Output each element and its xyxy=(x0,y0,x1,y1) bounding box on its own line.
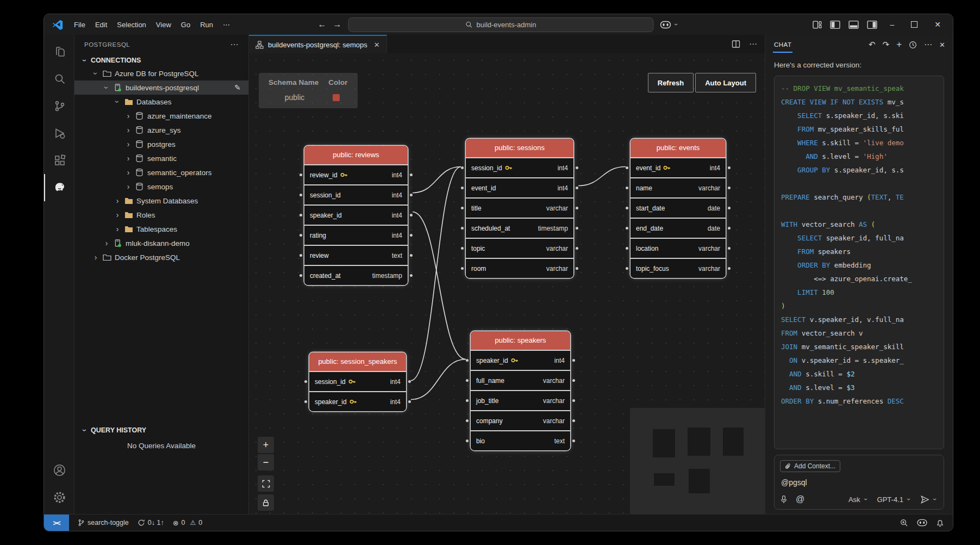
forward-arrow-icon[interactable]: → xyxy=(333,20,342,29)
sidebar-item-databases[interactable]: ›Databases xyxy=(74,95,248,109)
new-chat-icon[interactable]: + xyxy=(896,39,902,50)
model-picker-dropdown[interactable]: GPT-4.1 › xyxy=(877,496,912,504)
column-name: session_id xyxy=(310,191,341,199)
sidebar-item-roles[interactable]: ›Roles xyxy=(74,208,248,222)
command-center-search[interactable]: build-events-admin xyxy=(348,17,654,32)
chevron-right-icon: › xyxy=(114,210,121,219)
table-reviews[interactable]: public: reviewsreview_idint4session_idin… xyxy=(304,146,408,285)
menu-file[interactable]: File xyxy=(69,18,90,31)
chat-mode-dropdown[interactable]: Ask › xyxy=(848,496,869,504)
activity-bar xyxy=(44,35,74,514)
explorer-icon[interactable] xyxy=(44,38,74,65)
send-button[interactable]: › xyxy=(920,495,938,504)
server-icon xyxy=(113,239,122,248)
code-line: CREATE VIEW IF NOT EXISTS mv_s xyxy=(781,95,937,109)
menu-edit[interactable]: Edit xyxy=(90,18,112,31)
toggle-secondary-sidebar-icon[interactable] xyxy=(867,20,877,29)
add-context-label: Add Context... xyxy=(794,462,835,470)
toggle-panel-icon[interactable] xyxy=(848,20,859,29)
primary-key-icon xyxy=(348,379,355,385)
connections-section-header[interactable]: › CONNECTIONS xyxy=(74,54,248,66)
editor-more-actions[interactable]: ⋯ xyxy=(749,39,757,49)
sidebar-item-postgres[interactable]: ›postgres xyxy=(74,137,248,151)
refresh-button[interactable]: Refresh xyxy=(648,73,694,92)
database-icon xyxy=(135,126,144,135)
chat-message-text[interactable]: @pgsql xyxy=(781,478,937,487)
problems-status[interactable]: ⊗ 0 ⚠ 0 xyxy=(168,519,207,527)
zoom-in-button[interactable]: + xyxy=(258,437,274,453)
customize-layout-icon[interactable] xyxy=(813,20,822,29)
primary-key-icon xyxy=(340,172,347,178)
edit-connection-icon[interactable]: ✎ xyxy=(234,83,241,92)
chevron-down-icon: › xyxy=(905,496,913,503)
screencast-zoom-icon[interactable] xyxy=(900,519,908,527)
copilot-status-icon[interactable] xyxy=(917,519,927,527)
table-session_speakers[interactable]: public: session_speakerssession_idint4sp… xyxy=(309,352,406,411)
toggle-sidebar-icon[interactable] xyxy=(830,20,840,29)
primary-key-icon xyxy=(349,399,357,405)
tab-schema-visualizer[interactable]: buildevents-postgresql: semops ✕ xyxy=(249,35,387,53)
database-icon xyxy=(135,182,144,191)
account-icon[interactable] xyxy=(44,456,74,484)
sidebar-item-azure-sys[interactable]: ›azure_sys xyxy=(74,123,248,137)
mention-icon[interactable]: @ xyxy=(796,494,804,504)
sync-status[interactable]: 0↓ 1↑ xyxy=(133,519,168,527)
zoom-out-button[interactable]: − xyxy=(258,454,274,470)
sidebar-item-tablespaces[interactable]: ›Tablespaces xyxy=(74,222,248,236)
legend-col-color: Color xyxy=(328,78,347,86)
add-context-chip[interactable]: Add Context... xyxy=(780,460,840,472)
column-name: speaker_id xyxy=(315,398,357,406)
lock-button[interactable] xyxy=(258,494,274,511)
menu-run[interactable]: Run xyxy=(195,18,218,31)
back-arrow-icon[interactable]: ← xyxy=(318,20,327,29)
sidebar-item-semantic-operators[interactable]: ›semantic_operators xyxy=(74,165,248,179)
tab-close-icon[interactable]: ✕ xyxy=(374,41,380,49)
diagram-minimap[interactable] xyxy=(630,408,765,514)
menu-overflow[interactable]: ⋯ xyxy=(218,18,235,31)
auto-layout-button[interactable]: Auto Layout xyxy=(695,73,756,92)
table-events[interactable]: public: eventsevent_idint4namevarcharsta… xyxy=(631,139,726,278)
source-control-icon[interactable] xyxy=(44,92,74,120)
menu-view[interactable]: View xyxy=(151,18,176,31)
table-speakers[interactable]: public: speakersspeaker_idint4full_namev… xyxy=(471,331,570,450)
mic-icon[interactable] xyxy=(780,495,788,504)
query-history-header[interactable]: › QUERY HISTORY xyxy=(74,424,248,436)
sidebar-item-azure-db-for-postgresql[interactable]: ›Azure DB for PostgreSQL xyxy=(74,66,248,80)
minimize-button[interactable]: – xyxy=(885,20,898,29)
remote-indicator[interactable]: >< xyxy=(44,515,69,531)
chat-close-icon[interactable]: ✕ xyxy=(939,41,945,49)
undo-icon[interactable]: ↶ xyxy=(869,40,876,49)
sidebar-item-semops[interactable]: ›semops xyxy=(74,179,248,194)
redo-icon[interactable]: ↷ xyxy=(883,40,890,49)
notifications-bell-icon[interactable] xyxy=(936,519,944,527)
menu-selection[interactable]: Selection xyxy=(112,18,151,31)
chat-input-box[interactable]: Add Context... @pgsql @ Ask › GPT-4.1 xyxy=(774,455,944,510)
sidebar-item-system-databases[interactable]: ›System Databases xyxy=(74,194,248,208)
table-sessions[interactable]: public: sessionssession_idint4event_idin… xyxy=(466,139,573,278)
table-column-row: companyvarchar xyxy=(471,410,570,430)
postgresql-extension-icon[interactable] xyxy=(44,174,74,201)
split-editor-icon[interactable] xyxy=(732,40,740,48)
chat-tab[interactable]: CHAT xyxy=(773,36,792,53)
fit-view-button[interactable] xyxy=(258,475,274,492)
table-column-row: event_idint4 xyxy=(631,157,726,177)
sidebar-item-azure-maintenance[interactable]: ›azure_maintenance xyxy=(74,109,248,123)
schema-designer-canvas[interactable]: Schema Name Color public Refresh Auto La… xyxy=(249,53,765,514)
close-window-button[interactable]: ✕ xyxy=(930,20,945,29)
maximize-button[interactable] xyxy=(911,21,917,28)
extensions-icon[interactable] xyxy=(44,147,74,174)
sidebar-item-mluk-diskann-demo[interactable]: ›mluk-diskann-demo xyxy=(74,236,248,250)
sidebar-item-docker-postgresql[interactable]: ›Docker PostgreSQL xyxy=(74,250,248,264)
chat-history-icon[interactable] xyxy=(909,41,917,49)
sidebar-item-semantic[interactable]: ›semantic xyxy=(74,151,248,165)
copilot-menu[interactable]: › xyxy=(660,21,679,29)
settings-gear-icon[interactable] xyxy=(44,484,74,511)
search-sidebar-icon[interactable] xyxy=(44,65,74,92)
run-debug-icon[interactable] xyxy=(44,120,74,147)
sidebar-item-buildevents-postgresql[interactable]: ›buildevents-postgresql✎ xyxy=(74,80,248,95)
chevron-right-icon: › xyxy=(114,196,121,205)
sidebar-more-actions[interactable]: ⋯ xyxy=(230,40,239,49)
branch-status[interactable]: search-toggle xyxy=(73,519,133,527)
chat-more-icon[interactable]: ⋯ xyxy=(924,40,932,49)
menu-go[interactable]: Go xyxy=(176,18,195,31)
